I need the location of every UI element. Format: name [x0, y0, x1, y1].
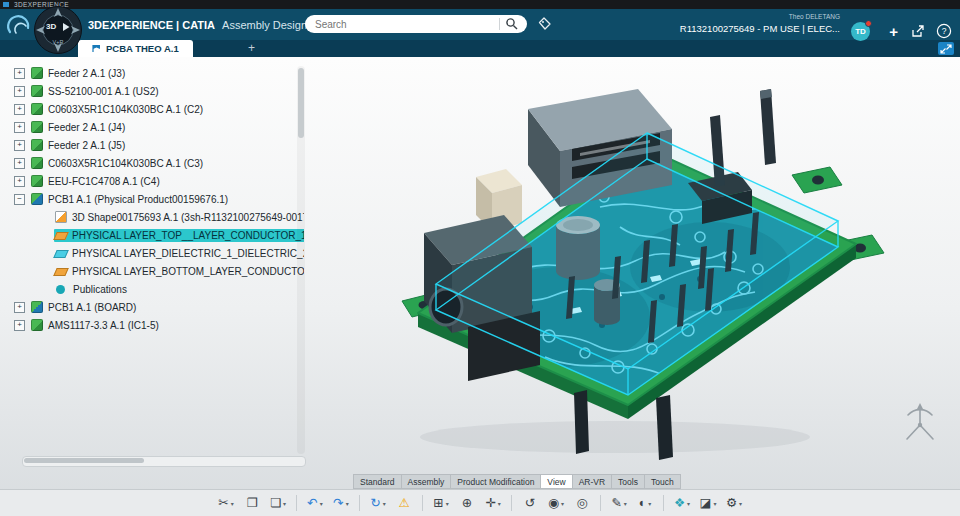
dropdown-caret-icon[interactable]: ▾ — [320, 500, 323, 507]
ribbon-tab-tools[interactable]: Tools — [611, 474, 644, 489]
tree-horizontal-scrollbar[interactable] — [22, 456, 306, 467]
ribbon-tab-standard[interactable]: Standard — [353, 474, 401, 489]
dropdown-caret-icon[interactable]: ▾ — [283, 500, 286, 507]
ground-axis-icon[interactable] — [898, 400, 942, 450]
user-context-block[interactable]: Theo DELETANG R1132100275649 - PM USE | … — [680, 13, 840, 34]
undo-button[interactable]: ↶ ▾ — [302, 492, 328, 514]
tree-expander[interactable]: + — [14, 104, 25, 115]
tree-row[interactable]: + Feeder 2 A.1 (J4) — [6, 118, 304, 136]
part-icon — [31, 103, 43, 115]
titlebar-logo-icon — [3, 2, 9, 7]
copy-button[interactable]: ❐ — [239, 492, 265, 514]
new-tab-button[interactable]: + — [248, 41, 255, 55]
add-content-icon[interactable]: + — [889, 23, 898, 40]
tree-row[interactable]: + PCB1 A.1 (BOARD) — [6, 298, 304, 316]
scrollbar-thumb[interactable] — [24, 458, 144, 463]
tree-expander[interactable]: + — [14, 176, 25, 187]
avatar[interactable]: TD — [851, 22, 870, 41]
dropdown-caret-icon[interactable]: ▾ — [561, 500, 564, 507]
scrollbar-thumb[interactable] — [298, 68, 304, 138]
tab-label: PCBA THEO A.1 — [106, 43, 179, 54]
ribbon-tab-product-modification[interactable]: Product Modification — [450, 474, 540, 489]
cut-button[interactable]: ✂ ▾ — [213, 492, 239, 514]
tree-expander[interactable]: + — [14, 158, 25, 169]
part-icon — [31, 139, 43, 151]
tab-flag-icon — [92, 44, 101, 53]
paste-button[interactable]: ❏ ▾ — [265, 492, 291, 514]
tree-expander[interactable]: + — [14, 140, 25, 151]
dropdown-caret-icon[interactable]: ▾ — [713, 500, 716, 507]
tree-expander[interactable]: + — [14, 86, 25, 97]
compass-widget[interactable]: 3D V+R — [33, 5, 83, 55]
view-manager-button[interactable]: ❖ ▾ — [669, 492, 695, 514]
dropdown-caret-icon[interactable]: ▾ — [231, 500, 234, 507]
credentials-context[interactable]: R1132100275649 - PM USE | ELEC... — [680, 23, 840, 34]
share-icon[interactable] — [910, 23, 926, 43]
compass-3d-label[interactable]: 3D — [46, 22, 56, 31]
tree-expander[interactable]: + — [14, 122, 25, 133]
compass-vr-label[interactable]: V+R — [53, 39, 64, 45]
tree-expander[interactable]: + — [14, 68, 25, 79]
tree-row[interactable]: + EEU-FC1C4708 A.1 (C4) — [6, 172, 304, 190]
help-icon[interactable]: ? — [936, 23, 952, 43]
ribbon-tab-assembly[interactable]: Assembly — [401, 474, 451, 489]
dropdown-caret-icon[interactable]: ▾ — [383, 500, 386, 507]
tree-row[interactable]: PHYSICAL LAYER_TOP__LAYER_CONDUCTOR_1_0.… — [6, 226, 304, 244]
tree-item-label: PHYSICAL LAYER_BOTTOM_LAYER_CONDUCTOR_3_… — [72, 266, 304, 277]
redo-button[interactable]: ↷ ▾ — [328, 492, 354, 514]
tree-item-label: PCB1 A.1 (Physical Product00159676.1) — [48, 194, 228, 205]
product-icon — [31, 193, 43, 205]
tree-item-label: C0603X5R1C104K030BC A.1 (C2) — [48, 104, 203, 115]
toolbar-divider — [422, 495, 423, 511]
dropdown-caret-icon[interactable]: ▾ — [346, 500, 349, 507]
tree-row[interactable]: − PCB1 A.1 (Physical Product00159676.1) — [6, 190, 304, 208]
app-title: 3DEXPERIENCE | CATIA Assembly Design — [88, 19, 307, 31]
tree-row[interactable]: PHYSICAL LAYER_DIELECTRIC_1_DIELECTRIC_2… — [6, 244, 304, 262]
ribbon-tab-touch[interactable]: Touch — [644, 474, 681, 489]
tree-expander[interactable]: + — [14, 320, 25, 331]
tree-row[interactable]: + C0603X5R1C104K030BC A.1 (C2) — [6, 100, 304, 118]
search-input[interactable] — [305, 15, 495, 33]
rotate-view-button[interactable]: ↺ — [517, 492, 543, 514]
svg-text:?: ? — [942, 26, 947, 36]
tree-row[interactable]: + SS-52100-001 A.1 (US2) — [6, 82, 304, 100]
tab-pcba-theo[interactable]: PCBA THEO A.1 — [78, 40, 193, 57]
toolbar-divider — [600, 495, 601, 511]
tree-row[interactable]: 3D Shape00175693 A.1 (3sh-R1132100275649… — [6, 208, 304, 226]
dassault-systemes-logo-icon[interactable] — [4, 12, 34, 42]
tree-expander[interactable]: − — [14, 194, 25, 205]
update-button[interactable]: ↻ ▾ — [365, 492, 391, 514]
dropdown-caret-icon[interactable]: ▾ — [687, 500, 690, 507]
tree-row[interactable]: + Feeder 2 A.1 (J3) — [6, 64, 304, 82]
tree-row[interactable]: + Feeder 2 A.1 (J5) — [6, 136, 304, 154]
tag-icon[interactable] — [537, 16, 552, 35]
expand-window-icon[interactable] — [938, 42, 954, 55]
dropdown-caret-icon[interactable]: ▾ — [446, 500, 449, 507]
search-box[interactable] — [305, 15, 527, 33]
settings-button[interactable]: ⚙ ▾ — [721, 492, 747, 514]
paint-style-button[interactable]: ✎ ▾ — [606, 492, 632, 514]
ribbon-tab-view[interactable]: View — [540, 474, 571, 489]
tree-row[interactable]: + AMS1117-3.3 A.1 (IC1-5) — [6, 316, 304, 334]
iso-view-button[interactable]: ◪ ▾ — [695, 492, 721, 514]
part-icon — [31, 121, 43, 133]
shading-mode-button[interactable]: ◐ ▾ — [632, 492, 658, 514]
dropdown-caret-icon[interactable]: ▾ — [498, 500, 501, 507]
tree-vertical-scrollbar[interactable] — [297, 66, 305, 454]
look-at-button[interactable]: ◉ ▾ — [543, 492, 569, 514]
dropdown-caret-icon[interactable]: ▾ — [648, 500, 651, 507]
fit-all-in-button[interactable]: ◎ — [569, 492, 595, 514]
ribbon-tab-ar-vr[interactable]: AR-VR — [572, 474, 611, 489]
zoom-button[interactable]: ⊕ — [454, 492, 480, 514]
tree-expander[interactable]: + — [14, 302, 25, 313]
dropdown-caret-icon[interactable]: ▾ — [739, 500, 742, 507]
tree-row[interactable]: PHYSICAL LAYER_BOTTOM_LAYER_CONDUCTOR_3_… — [6, 262, 304, 280]
search-icon[interactable] — [505, 17, 519, 35]
check-update-button[interactable]: ⚠ — [391, 492, 417, 514]
pan-button[interactable]: ✛ ▾ — [480, 492, 506, 514]
tree-item-label: 3D Shape00175693 A.1 (3sh-R1132100275649… — [72, 212, 304, 223]
zoom-area-button[interactable]: ⊞ ▾ — [428, 492, 454, 514]
tree-row[interactable]: Publications — [6, 280, 304, 298]
dropdown-caret-icon[interactable]: ▾ — [624, 500, 627, 507]
tree-row[interactable]: + C0603X5R1C104K030BC A.1 (C3) — [6, 154, 304, 172]
